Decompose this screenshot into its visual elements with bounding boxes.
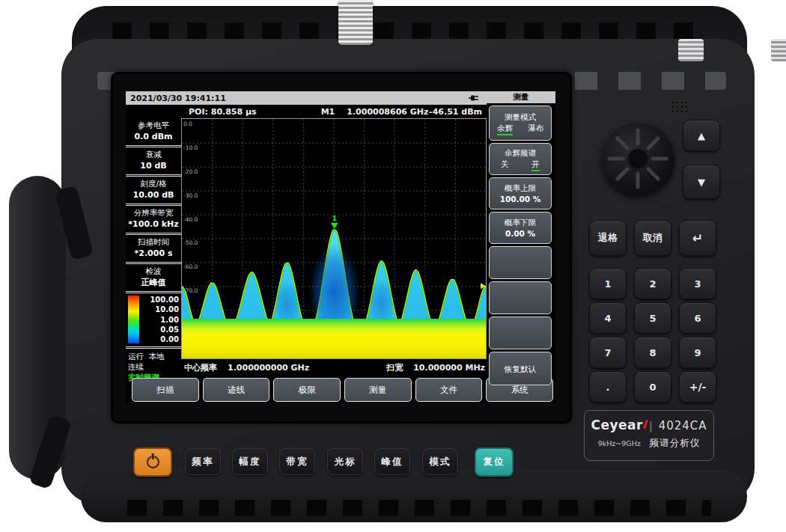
frequency-key[interactable]: 频率 — [185, 448, 221, 475]
peak-key[interactable]: 峰值 — [374, 448, 410, 475]
option-on[interactable]: 开 — [531, 159, 540, 171]
sma-connector — [771, 39, 786, 61]
arrow-up-button[interactable]: ▲ — [683, 120, 720, 151]
rotary-knob[interactable] — [600, 121, 675, 196]
frequency-range-label: 9kHz~9GHz — [598, 439, 641, 447]
measure-menu-panel: 测量 测量模式 余辉 瀑布 余辉频谱 关 开 概率上 — [487, 91, 555, 376]
plus-minus-key[interactable]: +/- — [679, 371, 716, 403]
sma-connector — [678, 39, 704, 61]
amplitude-key[interactable]: 幅度 — [232, 448, 268, 475]
reset-key[interactable]: 复位 — [475, 447, 514, 477]
svg-text:1: 1 — [332, 215, 337, 222]
digit-6-key[interactable]: 6 — [679, 302, 716, 334]
svg-text:-10.0: -10.0 — [183, 144, 198, 151]
option-waterfall[interactable]: 瀑布 — [528, 123, 543, 135]
frequency-row: 中心频率 1.000000000 GHz 扫宽 10.000000 MHz — [181, 359, 487, 376]
digit-4-key[interactable]: 4 — [589, 302, 627, 334]
ceyear-logo: Ceyear — [591, 418, 642, 432]
menu-item-persistence-spectrum[interactable]: 余辉频谱 关 开 — [489, 143, 552, 175]
marker-frequency: 1.000008606 GHz — [347, 107, 428, 117]
power-plug-icon — [468, 94, 481, 103]
center-freq-value: 1.000000000 GHz — [228, 363, 309, 373]
menu-item-measure-mode[interactable]: 测量模式 余辉 瀑布 — [489, 106, 552, 141]
span-label: 扫宽 — [386, 362, 403, 373]
lcd-screen: 2021/03/30 19:41:11 POI: 80.858 μs M1 1.… — [126, 91, 555, 402]
persistence-color-scale: 100.00 10.00 1.00 0.05 0.00 — [126, 293, 181, 349]
svg-text:-60.0: -60.0 — [183, 263, 198, 270]
digit-0-key[interactable]: 0 — [634, 371, 671, 403]
span-value: 10.000000 MHz — [413, 363, 485, 373]
knob-spokes-icon — [600, 121, 675, 196]
datetime-label: 2021/03/30 19:41:11 — [130, 94, 226, 103]
decimal-key[interactable]: . — [589, 371, 627, 403]
softkey-sweep[interactable]: 扫描 — [132, 378, 199, 402]
softkey-limit[interactable]: 极限 — [273, 378, 341, 402]
bottom-bumper-ribs — [127, 500, 711, 516]
spectrum-analyzer-device: 2021/03/30 19:41:11 POI: 80.858 μs M1 1.… — [0, 0, 786, 532]
digit-2-key[interactable]: 2 — [634, 268, 671, 299]
spectrum-plot: 0.0-10.0-20.0-30.0-40.0-50.0-60.0-70.01 — [182, 119, 486, 358]
power-button[interactable] — [133, 447, 172, 477]
svg-text:-40.0: -40.0 — [183, 216, 198, 223]
brand-plate: Ceyear | 4024CA 9kHz~9GHz 频谱分析仪 — [584, 410, 714, 461]
marker-id: M1 — [321, 107, 335, 117]
param-scale-div: 刻度/格 10.00 dB — [126, 177, 181, 206]
menu-item-blank[interactable] — [489, 246, 552, 279]
menu-item-blank[interactable] — [489, 281, 552, 314]
svg-text:-20.0: -20.0 — [183, 168, 198, 175]
menu-item-blank[interactable] — [489, 317, 552, 349]
param-detector: 检波 正峰值 — [126, 264, 181, 293]
cancel-button[interactable]: 取消 — [634, 220, 671, 256]
menu-item-probability-upper[interactable]: 概率上限 100.00 % — [489, 177, 552, 210]
mode-key[interactable]: 模式 — [422, 448, 458, 475]
poi-readout: POI: 80.858 μs — [189, 107, 257, 117]
spectrum-display: 0.0-10.0-20.0-30.0-40.0-50.0-60.0-70.01 — [181, 118, 487, 359]
bandwidth-key[interactable]: 带宽 — [279, 448, 315, 475]
rf-input-n-connector — [338, 0, 373, 45]
product-name-label: 频谱分析仪 — [650, 437, 701, 450]
menu-item-probability-lower[interactable]: 概率下限 0.00 % — [489, 212, 552, 244]
param-ref-level: 参考电平 0.0 dBm — [126, 118, 181, 147]
softkey-trace[interactable]: 迹线 — [203, 378, 270, 402]
digit-1-key[interactable]: 1 — [589, 268, 627, 299]
menu-title: 测量 — [487, 91, 555, 103]
arrow-down-button[interactable]: ▼ — [683, 165, 720, 199]
digit-3-key[interactable]: 3 — [679, 268, 716, 299]
speaker-grille — [671, 100, 689, 113]
power-icon — [147, 456, 159, 468]
option-persistence[interactable]: 余辉 — [497, 123, 513, 135]
svg-text:0.0: 0.0 — [183, 120, 192, 127]
center-freq-label: 中心频率 — [184, 362, 217, 373]
backspace-button[interactable]: 退格 — [589, 220, 627, 256]
enter-button[interactable]: ↵ — [679, 220, 716, 256]
color-gradient-bar — [128, 296, 139, 343]
param-rbw: 分辨率带宽 *100.0 kHz — [126, 206, 181, 235]
option-off[interactable]: 关 — [501, 159, 509, 171]
digit-9-key[interactable]: 9 — [679, 337, 716, 368]
param-sweep-time: 扫描时间 *2.000 s — [126, 235, 181, 264]
digit-7-key[interactable]: 7 — [589, 337, 627, 368]
menu-item-restore-defaults[interactable]: 恢复默认 — [489, 352, 552, 385]
color-scale-labels: 100.00 10.00 1.00 0.05 0.00 — [139, 296, 180, 343]
status-bar: 2021/03/30 19:41:11 — [126, 91, 487, 105]
param-attenuation: 衰减 10 dB — [126, 147, 181, 177]
softkey-file[interactable]: 文件 — [415, 378, 483, 402]
svg-text:-50.0: -50.0 — [183, 239, 198, 246]
digit-5-key[interactable]: 5 — [634, 302, 671, 334]
digit-8-key[interactable]: 8 — [634, 337, 671, 368]
marker-key[interactable]: 光标 — [327, 448, 363, 475]
svg-text:-30.0: -30.0 — [183, 192, 198, 199]
model-number: 4024CA — [659, 419, 707, 432]
marker-readout-row: POI: 80.858 μs M1 1.000008606 GHz -46.51… — [126, 105, 487, 118]
softkey-measure[interactable]: 测量 — [344, 378, 412, 402]
marker-amplitude: -46.51 dBm — [429, 107, 482, 117]
parameter-sidebar: 参考电平 0.0 dBm 衰减 10 dB 刻度/格 10.00 dB 分辨率带… — [126, 118, 181, 376]
